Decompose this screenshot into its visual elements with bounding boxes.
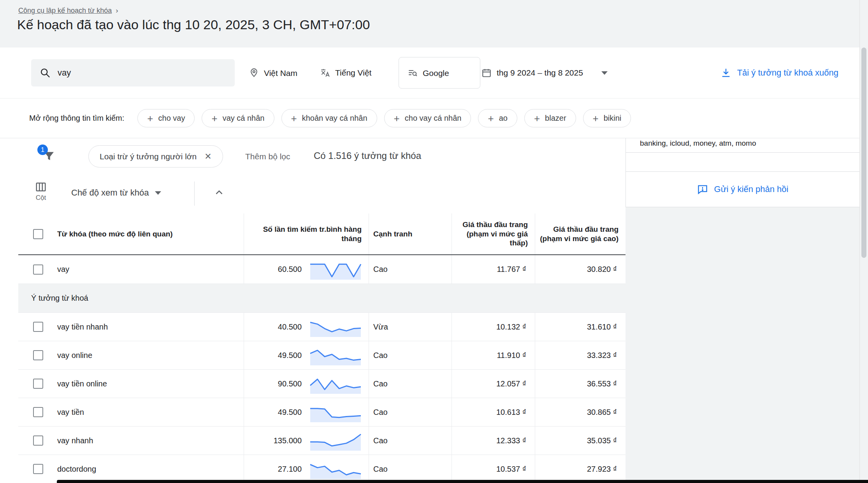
calendar-icon [481,68,492,78]
keyword-cell: vay tiền [57,408,84,417]
view-mode-dropdown[interactable]: Chế độ xem từ khóa [71,188,161,198]
plus-icon: + [593,113,599,123]
active-filter-label: Loại trừ ý tưởng người lớn [100,152,197,161]
refine-chip[interactable]: +vay cá nhân [202,109,274,127]
table-row[interactable]: vay nhanh 135.000 Cao 12.333 ₫ 35.035 ₫ [18,427,626,455]
network-label: Google [423,68,449,78]
collapse-button[interactable] [213,187,225,198]
search-trend-sparkline [308,258,363,281]
columns-label: Cột [36,194,46,202]
keyword-cell: vay online [57,351,92,360]
active-filter-chip[interactable]: Loại trừ ý tưởng người lớn ✕ [88,145,223,167]
network-selector[interactable]: Google [399,57,480,89]
searches-cell: 49.500 [244,408,302,417]
vertical-scrollbar[interactable] [859,0,868,483]
date-range-label: thg 9 2024 – thg 8 2025 [497,68,583,78]
high-bid-cell: 30.820 ₫ [535,255,626,284]
plus-icon: + [211,113,217,123]
refine-chip-label: ao [499,114,508,123]
competition-cell: Cao [369,341,452,369]
row-checkbox[interactable] [33,435,43,446]
result-count: Có 1.516 ý tưởng từ khóa [314,150,421,161]
refine-chip[interactable]: +ao [478,109,517,127]
table-row[interactable]: vay tiền nhanh 40.500 Vừa 10.132 ₫ 31.61… [18,313,626,341]
header-low-bid: Giá thầu đầu trang (phạm vi mức giá thấp… [452,213,535,254]
high-bid-cell: 36.553 ₫ [535,370,626,398]
language-selector[interactable]: Tiếng Việt [320,68,371,78]
location-label: Việt Nam [264,68,297,78]
row-checkbox[interactable] [33,379,43,389]
search-trend-sparkline [308,401,363,423]
columns-button[interactable]: Cột [35,181,47,202]
plus-icon: + [147,113,153,123]
keyword-cell: vay [57,265,69,274]
table-row[interactable]: vay tiền online 90.500 Cao 12.057 ₫ 36.5… [18,370,626,398]
table-row[interactable]: doctordong 27.100 Cao 10.537 ₫ 27.923 ₫ [18,455,626,483]
searches-cell: 135.000 [244,436,302,445]
refine-chip[interactable]: +cho vay cá nhân [384,109,471,127]
keyword-ideas-section-label: Ý tưởng từ khoá [18,284,626,313]
filter-count-badge: 1 [37,145,48,155]
select-all-checkbox[interactable] [33,229,43,239]
breadcrumb-link[interactable]: Công cụ lập kế hoạch từ khóa [18,7,112,14]
refine-chip[interactable]: +cho vay [137,109,195,127]
view-controls: Cột Chế độ xem từ khóa [0,175,626,213]
row-checkbox[interactable] [33,407,43,417]
competition-cell: Cao [369,427,452,455]
search-trend-sparkline [308,344,363,367]
date-range-selector[interactable]: thg 9 2024 – thg 8 2025 [481,68,608,78]
keyword-cell: vay tiền nhanh [57,323,108,331]
row-checkbox[interactable] [33,350,43,360]
row-checkbox[interactable] [33,264,43,275]
send-feedback-button[interactable]: Gửi ý kiến phản hồi [626,172,859,207]
chevron-down-icon [155,191,161,195]
plus-icon: + [488,113,494,123]
refine-chip[interactable]: +blazer [524,109,576,127]
header-keyword: Từ khóa (theo mức độ liên quan) [18,213,244,254]
location-pin-icon [249,68,259,78]
translate-icon [320,68,330,78]
toolbar-row: Việt Nam Tiếng Việt Google thg 9 2024 – … [0,48,859,99]
high-bid-cell: 31.610 ₫ [535,313,626,341]
refine-chip[interactable]: +bikini [583,109,631,127]
breadcrumb-separator: › [116,6,118,14]
searches-cell: 49.500 [244,351,302,360]
search-network-icon [408,68,418,78]
keyword-planner-page: Công cụ lập kế hoạch từ khóa› Kế hoạch đ… [0,0,868,483]
low-bid-cell: 10.132 ₫ [452,313,535,341]
header-keyword-label: Từ khóa (theo mức độ liên quan) [57,229,173,239]
toolbar-card: Việt Nam Tiếng Việt Google thg 9 2024 – … [0,48,859,138]
searches-cell: 40.500 [244,323,302,331]
add-filter-button[interactable]: Thêm bộ lọc [245,152,290,161]
header-high-bid: Giá thầu đầu trang (phạm vi mức giá cao) [535,213,626,254]
scrollbar-thumb[interactable] [861,48,866,258]
keyword-search-box[interactable] [31,59,235,86]
download-ideas-button[interactable]: Tải ý tưởng từ khoá xuống [720,67,838,78]
searches-cell: 27.100 [244,465,302,474]
refine-search-row: Mở rộng thông tin tìm kiếm: +cho vay +va… [0,99,859,138]
row-checkbox[interactable] [33,322,43,332]
search-icon [40,67,51,78]
side-panel-spacer [626,153,859,172]
filter-funnel-button[interactable]: 1 [43,150,55,162]
competition-cell: Cao [369,455,452,483]
high-bid-cell: 35.035 ₫ [535,427,626,455]
search-input[interactable] [58,68,226,78]
page-title: Kế hoạch đã tạo vào lúc thg 10 20, 2025,… [17,17,370,32]
table-row[interactable]: vay online 49.500 Cao 11.910 ₫ 33.323 ₫ [18,341,626,370]
table-row[interactable]: vay tiền 49.500 Cao 10.613 ₫ 30.865 ₫ [18,398,626,427]
location-selector[interactable]: Việt Nam [249,68,297,78]
table-header-row: Từ khóa (theo mức độ liên quan) Số lần t… [18,213,626,255]
breadcrumb: Công cụ lập kế hoạch từ khóa› [18,6,118,15]
plus-icon: + [291,113,297,123]
table-row[interactable]: vay 60.500 Cao 11.767 ₫ 30.820 ₫ [18,255,626,284]
plus-icon: + [394,113,400,123]
vertical-divider [194,182,195,206]
high-bid-cell: 30.865 ₫ [535,398,626,426]
refine-chip[interactable]: +khoản vay cá nhân [281,109,377,127]
view-mode-label: Chế độ xem từ khóa [71,188,149,198]
search-trend-sparkline [308,372,363,395]
low-bid-cell: 10.613 ₫ [452,398,535,426]
row-checkbox[interactable] [33,464,43,474]
close-icon[interactable]: ✕ [204,152,211,162]
